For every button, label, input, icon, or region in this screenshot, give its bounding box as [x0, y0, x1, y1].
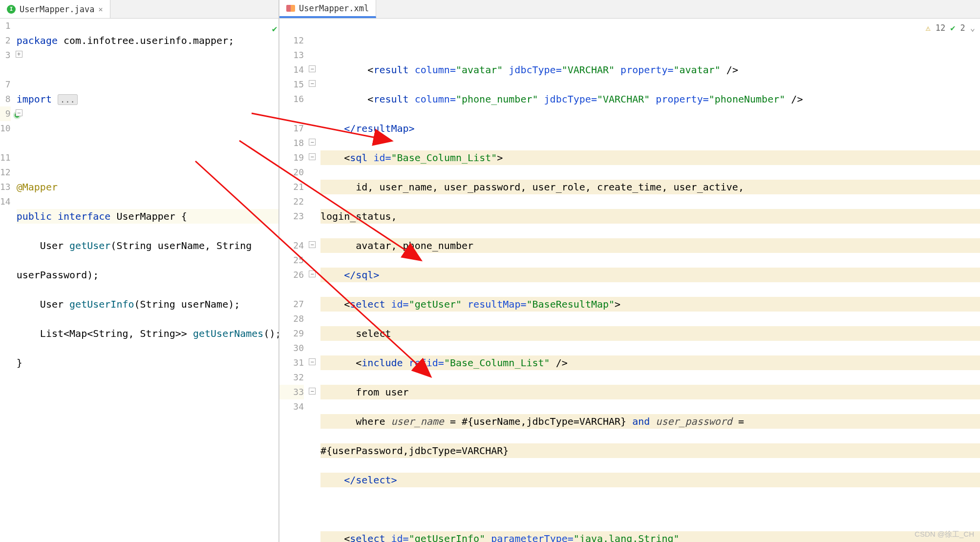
tab-usermapper-java[interactable]: I UserMapper.java ✕: [0, 0, 110, 18]
xml-file-icon: [286, 5, 295, 12]
gutter-num: 11: [0, 150, 11, 165]
gutter-num: 13: [279, 48, 304, 63]
code-line: <result column="phone_number" jdbcType="…: [320, 92, 980, 106]
gutter-num: 16: [279, 92, 304, 106]
folded-imports[interactable]: ...: [58, 94, 78, 105]
tab-usermapper-xml[interactable]: UserMapper.xml: [279, 0, 376, 18]
code-line: #{userPassword,jdbcType=VARCHAR}: [320, 443, 980, 458]
code-line: [320, 502, 980, 517]
code-line: <sql id="Base_Column_List">: [320, 150, 980, 165]
code-line: id, user_name, user_password, user_role,…: [320, 180, 980, 194]
gutter-num: 29: [279, 326, 304, 341]
gutter-num: 33: [279, 385, 304, 399]
warning-count: 12: [936, 21, 945, 35]
code-line: public interface UserMapper {: [17, 209, 278, 224]
gutter-num: 24: [279, 238, 304, 253]
code-line: <include refid="Base_Column_List" />: [320, 355, 980, 370]
gutter-num: 28: [279, 312, 304, 326]
gutter-num: 17: [279, 121, 304, 136]
fold-toggle-icon[interactable]: −: [309, 65, 316, 72]
code-line: avatar, phone_number: [320, 238, 980, 253]
code-line: <select id="getUser" resultMap="BaseResu…: [320, 297, 980, 312]
gutter-num: 32: [279, 370, 304, 385]
gutter-num: 14: [279, 63, 304, 77]
right-code[interactable]: <result column="avatar" jdbcType="VARCHA…: [319, 19, 980, 542]
code-line: </select>: [320, 473, 980, 487]
code-line: [320, 33, 980, 48]
gutter-num: [279, 19, 304, 33]
code-line: [17, 121, 278, 136]
left-tabs: I UserMapper.java ✕: [0, 0, 278, 19]
gutter-num: 2: [0, 33, 11, 48]
inspection-badge[interactable]: ⚠12 ✔2 ⌄: [926, 21, 975, 35]
tab-title: UserMapper.xml: [299, 3, 369, 13]
watermark: CSDN @徐工_CH: [915, 530, 974, 539]
check-count: 2: [960, 21, 965, 35]
code-line: }: [17, 355, 278, 370]
right-tabs: UserMapper.xml: [279, 0, 980, 19]
code-line: <select id="getUserInfo" parameterType="…: [320, 531, 980, 542]
left-code[interactable]: package com.infotree.userinfo.mapper; im…: [15, 19, 278, 542]
code-line: </sql>: [320, 268, 980, 282]
check-icon: ✔: [950, 21, 955, 35]
gutter-num: 31: [279, 355, 304, 370]
fold-toggle-icon[interactable]: −: [309, 358, 316, 365]
java-file-icon: I: [7, 5, 16, 14]
gutter-num: 23: [279, 209, 304, 224]
code-line: package com.infotree.userinfo.mapper;: [17, 33, 278, 48]
code-line: import ...: [17, 92, 278, 106]
right-gutter: 12 13 14 15 16 17 18 19 20 21 22 23 24 2…: [279, 19, 308, 542]
gutter-num: 12: [279, 33, 304, 48]
code-line: from user: [320, 385, 980, 399]
code-line: @Mapper: [17, 180, 278, 194]
gutter-num: 19: [279, 150, 304, 165]
left-editor[interactable]: 1 2 3 7 8 9 10 11 12 13 14 +: [0, 19, 278, 542]
gutter-num: 15: [279, 77, 304, 92]
inspection-ok-icon[interactable]: ✔: [272, 21, 277, 36]
gutter-num: 30: [279, 341, 304, 355]
gutter-num: 1: [0, 19, 11, 33]
code-line: login_status,: [320, 209, 980, 224]
gutter-num: [0, 136, 11, 150]
code-line: userPassword);: [17, 268, 278, 282]
left-pane: I UserMapper.java ✕ 1 2 3 7 8 9 10: [0, 0, 279, 542]
gutter-num: 13: [0, 180, 11, 194]
fold-toggle-icon[interactable]: −: [309, 139, 316, 146]
gutter-num: 9: [0, 106, 11, 121]
fold-toggle-icon[interactable]: −: [309, 241, 316, 248]
fold-toggle-icon[interactable]: −: [309, 80, 316, 87]
code-line: User getUserInfo(String userName);: [17, 297, 278, 312]
close-icon[interactable]: ✕: [99, 5, 103, 14]
gutter-num: [279, 224, 304, 238]
code-line: where user_name = #{userName,jdbcType=VA…: [320, 414, 980, 429]
chevron-down-icon[interactable]: ⌄: [970, 21, 975, 35]
warning-icon: ⚠: [926, 21, 931, 35]
gutter-num: 21: [279, 180, 304, 194]
code-line: [17, 150, 278, 165]
gutter-num: [279, 282, 304, 297]
code-line: List<Map<String, String>> getUserNames()…: [17, 326, 278, 341]
right-editor[interactable]: 12 13 14 15 16 17 18 19 20 21 22 23 24 2…: [279, 19, 980, 542]
gutter-num: 26: [279, 268, 304, 282]
gutter-num: 10: [0, 121, 11, 136]
app-root: I UserMapper.java ✕ 1 2 3 7 8 9 10: [0, 0, 980, 542]
gutter-num: 27: [279, 297, 304, 312]
fold-toggle-icon[interactable]: −: [309, 388, 316, 395]
gutter-num: 14: [0, 194, 11, 209]
gutter-num: 18: [279, 136, 304, 150]
gutter-num: 22: [279, 194, 304, 209]
code-line: <result column="avatar" jdbcType="VARCHA…: [320, 63, 980, 77]
tab-title: UserMapper.java: [20, 4, 95, 14]
right-fold-column: − − − − − − − −: [308, 19, 319, 542]
code-line: </resultMap>: [320, 121, 980, 136]
gutter-num: 34: [279, 399, 304, 414]
right-pane: UserMapper.xml 12 13 14 15 16 17 18 19 2…: [279, 0, 980, 542]
gutter-num: [279, 106, 304, 121]
fold-toggle-icon[interactable]: −: [309, 271, 316, 277]
gutter-num: 7: [0, 77, 11, 92]
gutter-num: [0, 63, 11, 77]
fold-toggle-icon[interactable]: −: [309, 153, 316, 160]
gutter-num: 20: [279, 165, 304, 180]
code-line: [17, 385, 278, 399]
code-line: [17, 63, 278, 77]
